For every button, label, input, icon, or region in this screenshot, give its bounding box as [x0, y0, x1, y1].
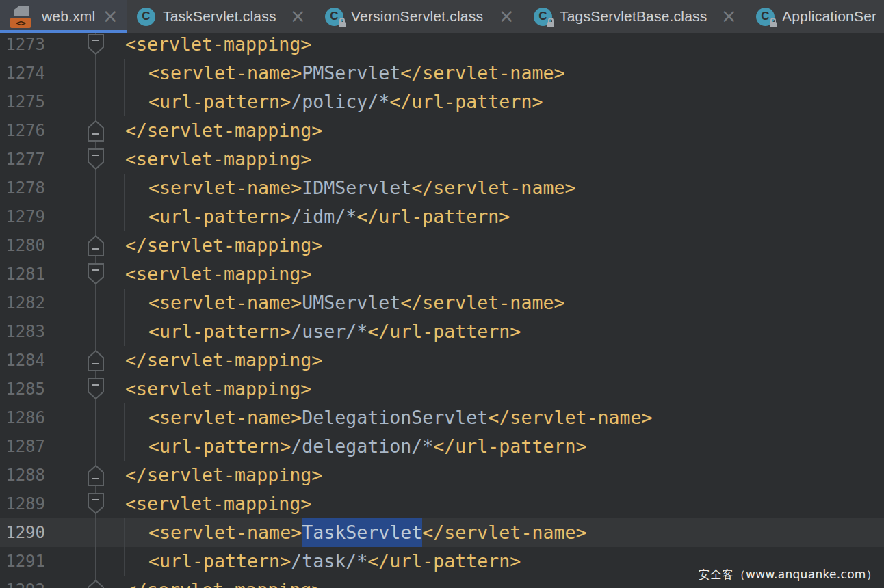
- code-text: </servlet-mapping>: [125, 231, 322, 260]
- indent-guide: [124, 59, 125, 116]
- code-segment: <servlet-name>: [148, 174, 302, 202]
- code-segment: </servlet-mapping>: [125, 116, 322, 145]
- code-segment: /user/*: [291, 317, 367, 346]
- java-class-icon: C: [534, 8, 552, 26]
- code-text: <servlet-name>IDMServlet</servlet-name>: [148, 174, 575, 202]
- class-letter: C: [330, 10, 338, 23]
- xml-file-icon: <>: [10, 5, 31, 28]
- line-number[interactable]: 1291: [0, 547, 45, 576]
- fold-start-icon[interactable]: [88, 493, 104, 518]
- code-segment: </url-pattern>: [367, 547, 521, 576]
- line-number[interactable]: 1279: [0, 202, 45, 231]
- code-line[interactable]: 1275<url-pattern>/policy/*</url-pattern>: [0, 88, 884, 116]
- code-segment: <servlet-mapping>: [125, 145, 311, 174]
- watermark: 安全客（www.anquanke.com）: [699, 567, 878, 583]
- code-segment: /idm/*: [291, 202, 356, 231]
- code-line[interactable]: 1279<url-pattern>/idm/*</url-pattern>: [0, 202, 884, 231]
- code-segment: <servlet-name>: [148, 289, 302, 317]
- line-number[interactable]: 1277: [0, 145, 45, 174]
- close-icon[interactable]: ×: [721, 7, 737, 26]
- code-segment: /task/*: [291, 547, 367, 576]
- code-line[interactable]: 1281<servlet-mapping>: [0, 260, 884, 289]
- code-line[interactable]: 1286<servlet-name>DelegationServlet</ser…: [0, 403, 884, 432]
- line-number[interactable]: 1290: [0, 518, 45, 547]
- close-icon[interactable]: ×: [102, 7, 118, 26]
- code-segment: </servlet-name>: [400, 59, 564, 88]
- fold-start-icon[interactable]: [88, 263, 104, 288]
- tab-taskservlet-class[interactable]: CTaskServlet.class×: [127, 0, 315, 33]
- code-rows[interactable]: 1273<servlet-mapping>1274<servlet-name>P…: [0, 30, 884, 588]
- tab-tagsservletbase-class[interactable]: CTagsServletBase.class×: [523, 0, 746, 33]
- code-segment: </servlet-mapping>: [125, 346, 322, 375]
- code-text: <url-pattern>/task/*</url-pattern>: [148, 547, 521, 576]
- line-number[interactable]: 1283: [0, 317, 45, 346]
- line-number[interactable]: 1282: [0, 289, 45, 317]
- line-number[interactable]: 1286: [0, 403, 45, 432]
- code-text: <url-pattern>/user/*</url-pattern>: [148, 317, 521, 346]
- code-line[interactable]: 1288</servlet-mapping>: [0, 461, 884, 490]
- tab-label: TagsServletBase.class: [560, 8, 707, 25]
- code-segment: /policy/*: [291, 88, 389, 116]
- code-segment: IDMServlet: [302, 174, 411, 202]
- fold-end-icon[interactable]: [88, 579, 104, 588]
- line-number[interactable]: 1284: [0, 346, 45, 375]
- code-line[interactable]: 1290<servlet-name>TaskServlet</servlet-n…: [0, 518, 884, 547]
- code-line[interactable]: 1273<servlet-mapping>: [0, 30, 884, 59]
- indent-guide: [124, 518, 125, 576]
- line-number[interactable]: 1280: [0, 231, 45, 260]
- code-segment: </servlet-name>: [400, 289, 564, 317]
- code-line[interactable]: 1280</servlet-mapping>: [0, 231, 884, 260]
- tab-applicationser[interactable]: CApplicationSer: [746, 0, 884, 33]
- indent-guide: [124, 174, 125, 231]
- tab-versionservlet-class[interactable]: CVersionServlet.class×: [315, 0, 523, 33]
- code-segment: </servlet-name>: [411, 174, 575, 202]
- line-number[interactable]: 1292: [0, 576, 45, 588]
- code-line[interactable]: 1278<servlet-name>IDMServlet</servlet-na…: [0, 174, 884, 202]
- code-segment: </servlet-mapping>: [125, 231, 322, 260]
- code-line[interactable]: 1289<servlet-mapping>: [0, 490, 884, 518]
- fold-start-icon[interactable]: [88, 148, 104, 173]
- fold-end-icon[interactable]: [88, 349, 104, 374]
- code-line[interactable]: 1284</servlet-mapping>: [0, 346, 884, 375]
- fold-end-icon[interactable]: [88, 464, 104, 489]
- tab-label: TaskServlet.class: [163, 8, 276, 25]
- line-number[interactable]: 1276: [0, 116, 45, 145]
- line-number[interactable]: 1288: [0, 461, 45, 490]
- code-line[interactable]: 1283<url-pattern>/user/*</url-pattern>: [0, 317, 884, 346]
- line-number[interactable]: 1273: [0, 30, 45, 59]
- code-line[interactable]: 1287<url-pattern>/delegation/*</url-patt…: [0, 432, 884, 461]
- selection-highlight: TaskServlet: [302, 518, 422, 547]
- code-segment: <url-pattern>: [148, 202, 291, 231]
- fold-end-icon[interactable]: [88, 120, 104, 144]
- code-editor[interactable]: 1273<servlet-mapping>1274<servlet-name>P…: [0, 0, 884, 588]
- close-icon[interactable]: ×: [290, 7, 306, 26]
- code-line[interactable]: 1274<servlet-name>PMServlet</servlet-nam…: [0, 59, 884, 88]
- line-number[interactable]: 1287: [0, 432, 45, 461]
- line-number[interactable]: 1281: [0, 260, 45, 289]
- code-text: <servlet-mapping>: [125, 490, 311, 518]
- code-text: <servlet-mapping>: [125, 145, 311, 174]
- line-number[interactable]: 1278: [0, 174, 45, 202]
- line-number[interactable]: 1274: [0, 59, 45, 88]
- code-line[interactable]: 1276</servlet-mapping>: [0, 116, 884, 145]
- tab-label: VersionServlet.class: [351, 8, 483, 25]
- code-line[interactable]: 1282<servlet-name>UMServlet</servlet-nam…: [0, 289, 884, 317]
- line-number[interactable]: 1289: [0, 490, 45, 518]
- fold-end-icon[interactable]: [88, 235, 104, 259]
- code-line[interactable]: 1277<servlet-mapping>: [0, 145, 884, 174]
- code-segment: </servlet-name>: [488, 403, 652, 432]
- code-segment: </url-pattern>: [367, 317, 521, 346]
- fold-start-icon[interactable]: [88, 378, 104, 403]
- fold-start-icon[interactable]: [88, 34, 104, 58]
- tab-web-xml[interactable]: <>web.xml×: [0, 0, 127, 33]
- tab-label: ApplicationSer: [782, 8, 876, 25]
- code-segment: <servlet-name>: [148, 403, 302, 432]
- line-number[interactable]: 1275: [0, 88, 45, 116]
- line-number[interactable]: 1285: [0, 375, 45, 403]
- class-letter: C: [761, 10, 769, 23]
- code-segment: <url-pattern>: [148, 317, 291, 346]
- code-text: </servlet-mapping>: [125, 346, 322, 375]
- code-line[interactable]: 1285<servlet-mapping>: [0, 375, 884, 403]
- code-text: <url-pattern>/idm/*</url-pattern>: [148, 202, 510, 231]
- close-icon[interactable]: ×: [499, 7, 515, 26]
